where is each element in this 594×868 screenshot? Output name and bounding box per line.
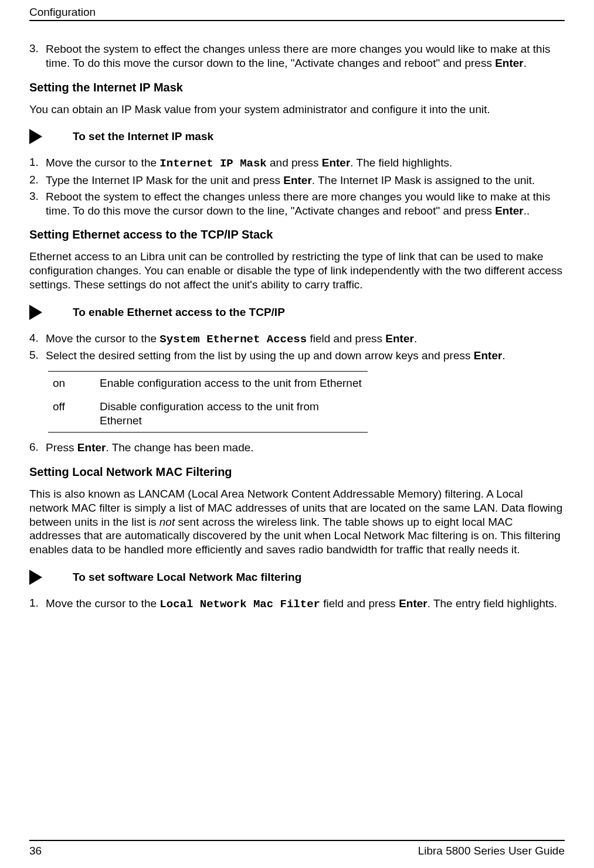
list-number: 3. bbox=[29, 42, 46, 70]
body-text: Reboot the system to effect the changes … bbox=[46, 43, 550, 69]
svg-marker-0 bbox=[29, 129, 42, 144]
body-text: Reboot the system to effect the changes … bbox=[46, 190, 550, 217]
key-enter: Enter bbox=[322, 156, 351, 169]
table-row: off Disable configuration access to the … bbox=[48, 395, 368, 433]
list-number: 3. bbox=[29, 190, 46, 218]
list-number: 2. bbox=[29, 173, 46, 188]
key-enter: Enter bbox=[77, 441, 106, 454]
body-text: . The field highlights. bbox=[350, 156, 452, 169]
list-item: 5. Select the desired setting from the l… bbox=[29, 349, 565, 363]
key-enter: Enter bbox=[283, 174, 312, 186]
list-item: 1. Move the cursor to the Local Network … bbox=[29, 597, 565, 612]
body-text: and press bbox=[267, 156, 322, 169]
section-heading-ethernet-access: Setting Ethernet access to the TCP/IP St… bbox=[29, 228, 565, 241]
body-text: This is also known as LANCAM (Local Area… bbox=[29, 487, 565, 557]
body-text: . bbox=[524, 57, 527, 69]
procedure-header: To set software Local Network Mac filter… bbox=[29, 570, 565, 585]
setting-key: on bbox=[53, 376, 100, 390]
settings-table: on Enable configuration access to the un… bbox=[48, 371, 368, 433]
body-text: . The Internet IP Mask is assigned to th… bbox=[312, 174, 535, 186]
code-text: Local Network Mac Filter bbox=[159, 598, 320, 611]
key-enter: Enter bbox=[495, 57, 524, 69]
list-item: 2. Type the Internet IP Mask for the uni… bbox=[29, 173, 565, 188]
code-text: Internet IP Mask bbox=[159, 157, 266, 170]
body-text: field and press bbox=[307, 332, 385, 345]
body-text: . bbox=[502, 349, 505, 362]
body-text: Move the cursor to the bbox=[46, 332, 159, 345]
list-item: 6. Press Enter. The change has been made… bbox=[29, 441, 565, 455]
body-text: Move the cursor to the bbox=[46, 156, 159, 169]
procedure-header: To enable Ethernet access to the TCP/IP bbox=[29, 305, 565, 320]
list-number: 1. bbox=[29, 156, 46, 171]
running-header: Configuration bbox=[29, 6, 96, 18]
body-text: Select the desired setting from the list… bbox=[46, 349, 474, 362]
page-number: 36 bbox=[29, 845, 42, 857]
body-text: .. bbox=[524, 205, 530, 217]
arrow-right-icon bbox=[29, 570, 42, 585]
list-item: 1. Move the cursor to the Internet IP Ma… bbox=[29, 156, 565, 171]
svg-marker-1 bbox=[29, 305, 42, 320]
list-item: 3. Reboot the system to effect the chang… bbox=[29, 42, 565, 70]
body-text: . The change has been made. bbox=[106, 441, 253, 454]
body-text: Move the cursor to the bbox=[46, 597, 159, 610]
svg-marker-2 bbox=[29, 570, 42, 585]
arrow-right-icon bbox=[29, 129, 42, 144]
setting-key: off bbox=[53, 400, 100, 428]
code-text: System Ethernet Access bbox=[159, 333, 307, 346]
body-text: . bbox=[414, 332, 417, 345]
key-enter: Enter bbox=[385, 332, 414, 345]
setting-description: Enable configuration access to the unit … bbox=[100, 376, 363, 390]
arrow-right-icon bbox=[29, 305, 42, 320]
body-text: You can obtain an IP Mask value from you… bbox=[29, 103, 565, 117]
procedure-title: To set the Internet IP mask bbox=[73, 130, 213, 143]
list-item: 3. Reboot the system to effect the chang… bbox=[29, 190, 565, 218]
section-heading-mac-filtering: Setting Local Network MAC Filtering bbox=[29, 465, 565, 479]
list-number: 1. bbox=[29, 597, 46, 612]
key-enter: Enter bbox=[495, 205, 524, 217]
procedure-header: To set the Internet IP mask bbox=[29, 129, 565, 144]
list-number: 6. bbox=[29, 441, 46, 455]
procedure-title: To set software Local Network Mac filter… bbox=[73, 571, 301, 584]
list-number: 4. bbox=[29, 332, 46, 347]
section-heading-ip-mask: Setting the Internet IP Mask bbox=[29, 81, 565, 94]
body-text: Ethernet access to an Libra unit can be … bbox=[29, 250, 565, 291]
body-text: Press bbox=[46, 441, 77, 454]
table-row: on Enable configuration access to the un… bbox=[48, 372, 368, 395]
body-text: field and press bbox=[320, 597, 399, 610]
body-text: Type the Internet IP Mask for the unit a… bbox=[46, 174, 283, 186]
key-enter: Enter bbox=[474, 349, 503, 362]
emphasis-text: not bbox=[159, 516, 175, 528]
list-number: 5. bbox=[29, 349, 46, 363]
body-text: . The entry field highlights. bbox=[427, 597, 557, 610]
footer-title: Libra 5800 Series User Guide bbox=[418, 845, 565, 857]
procedure-title: To enable Ethernet access to the TCP/IP bbox=[73, 306, 285, 319]
key-enter: Enter bbox=[399, 597, 427, 610]
list-item: 4. Move the cursor to the System Etherne… bbox=[29, 332, 565, 347]
setting-description: Disable configuration access to the unit… bbox=[100, 400, 363, 428]
